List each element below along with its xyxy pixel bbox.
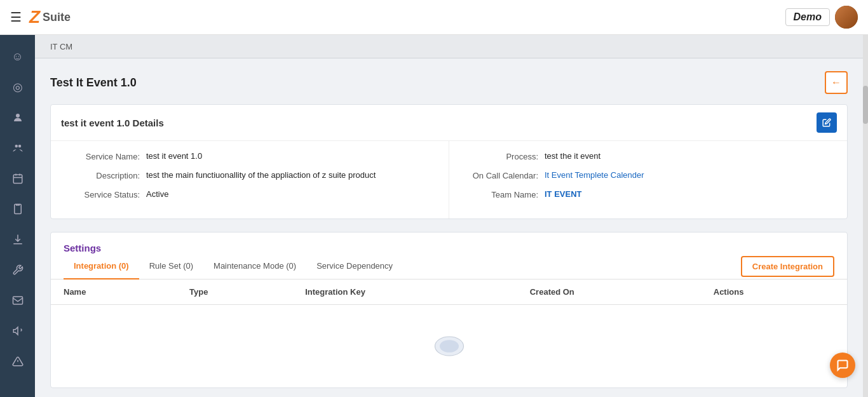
sidebar-item-calendar[interactable] — [4, 165, 32, 192]
table: Name Type Integration Key Created On Act… — [51, 279, 847, 387]
table-header-row: Name Type Integration Key Created On Act… — [51, 279, 847, 305]
detail-row-process: Process: test the it event — [462, 151, 834, 161]
detail-row-status: Service Status: Active — [64, 189, 436, 199]
col-header-integration-key: Integration Key — [292, 279, 517, 305]
sidebar-item-tools[interactable] — [4, 256, 32, 284]
svg-point-0 — [16, 114, 20, 118]
top-nav: ☰ Z Suite Demo — [0, 0, 868, 35]
main-content: IT CM Test It Event 1.0 ← test it event … — [35, 35, 863, 397]
svg-rect-9 — [13, 297, 22, 304]
edit-button[interactable] — [817, 112, 837, 133]
sidebar-item-face[interactable]: ☺ — [4, 43, 32, 71]
avatar-image — [835, 6, 858, 29]
sidebar: ☺ ◎ — [0, 35, 35, 397]
settings-title: Settings — [51, 232, 847, 253]
scrollbar-track[interactable] — [863, 35, 868, 397]
content-area: Test It Event 1.0 ← test it event 1.0 De… — [35, 58, 863, 397]
sidebar-item-mail[interactable] — [4, 286, 32, 314]
layout: ☺ ◎ IT CM — [0, 35, 868, 397]
sidebar-item-user[interactable] — [4, 104, 32, 131]
breadcrumb-text: IT CM — [50, 42, 72, 51]
detail-row-team: Team Name: IT EVENT — [462, 189, 834, 199]
svg-point-1 — [15, 145, 18, 148]
sidebar-item-download[interactable] — [4, 225, 32, 253]
details-card-body: Service Name: test it event 1.0 Descript… — [51, 141, 847, 219]
back-button[interactable]: ← — [825, 71, 848, 94]
sidebar-item-megaphone[interactable] — [4, 317, 32, 345]
table-body — [51, 305, 847, 388]
col-header-actions: Actions — [701, 279, 847, 305]
team-value: IT EVENT — [545, 189, 834, 199]
tabs-left: Integration (0) Rule Set (0) Maintenance… — [64, 253, 403, 279]
settings-tabs: Integration (0) Rule Set (0) Maintenance… — [51, 253, 847, 279]
sidebar-item-team[interactable] — [4, 134, 32, 162]
page-header: Test It Event 1.0 ← — [50, 71, 848, 94]
nav-left: ☰ Z Suite — [10, 7, 71, 27]
sidebar-item-location[interactable]: ◎ — [4, 73, 32, 101]
tab-integration[interactable]: Integration (0) — [64, 253, 139, 279]
service-name-value: test it event 1.0 — [146, 151, 436, 161]
details-right-col: Process: test the it event On Call Calen… — [449, 141, 847, 219]
settings-card: Settings Integration (0) Rule Set (0) Ma… — [50, 232, 848, 388]
process-value: test the it event — [545, 151, 834, 161]
col-header-type: Type — [177, 279, 292, 305]
sidebar-item-clipboard[interactable] — [4, 195, 32, 223]
tab-service-dependency[interactable]: Service Dependency — [306, 253, 403, 279]
table-head: Name Type Integration Key Created On Act… — [51, 279, 847, 305]
description-value: test the main functiuonallity of the app… — [146, 170, 436, 180]
tab-rule-set[interactable]: Rule Set (0) — [139, 253, 203, 279]
svg-point-13 — [440, 340, 459, 353]
logo-text: Suite — [43, 11, 71, 24]
nav-right: Demo — [785, 6, 858, 29]
details-left-col: Service Name: test it event 1.0 Descript… — [51, 141, 449, 219]
logo-z-icon: Z — [29, 7, 40, 27]
on-call-value[interactable]: It Event Templete Calender — [545, 170, 834, 180]
table-empty-row — [51, 305, 847, 388]
breadcrumb: IT CM — [35, 35, 863, 58]
detail-row-service-name: Service Name: test it event 1.0 — [64, 151, 436, 161]
details-card-header: test it event 1.0 Details — [51, 105, 847, 141]
col-header-name: Name — [51, 279, 177, 305]
svg-rect-3 — [13, 175, 22, 184]
tab-maintenance-mode[interactable]: Maintenance Mode (0) — [203, 253, 306, 279]
status-label: Service Status: — [64, 190, 146, 199]
empty-state — [51, 305, 847, 388]
on-call-label: On Call Calendar: — [462, 171, 545, 180]
sidebar-item-warning[interactable] — [4, 347, 32, 375]
detail-row-on-call: On Call Calendar: It Event Templete Cale… — [462, 170, 834, 180]
details-card: test it event 1.0 Details Service Name: … — [50, 104, 848, 219]
back-arrow-icon: ← — [831, 77, 841, 88]
svg-point-2 — [18, 145, 21, 148]
integration-table: Name Type Integration Key Created On Act… — [51, 279, 847, 387]
page-title: Test It Event 1.0 — [50, 76, 137, 90]
demo-button[interactable]: Demo — [785, 8, 830, 26]
avatar[interactable] — [835, 6, 858, 29]
chat-button[interactable] — [830, 353, 855, 378]
process-label: Process: — [462, 152, 545, 161]
col-header-created-on: Created On — [517, 279, 701, 305]
description-label: Description: — [64, 171, 146, 180]
service-name-label: Service Name: — [64, 152, 146, 161]
create-integration-button[interactable]: Create Integration — [741, 256, 834, 277]
detail-row-description: Description: test the main functiuonalli… — [64, 170, 436, 180]
team-label: Team Name: — [462, 190, 545, 199]
logo: Z Suite — [29, 7, 71, 27]
details-card-title: test it event 1.0 Details — [61, 118, 164, 128]
scrollbar-thumb[interactable] — [863, 86, 868, 124]
status-value: Active — [146, 189, 436, 199]
hamburger-icon[interactable]: ☰ — [10, 10, 22, 25]
